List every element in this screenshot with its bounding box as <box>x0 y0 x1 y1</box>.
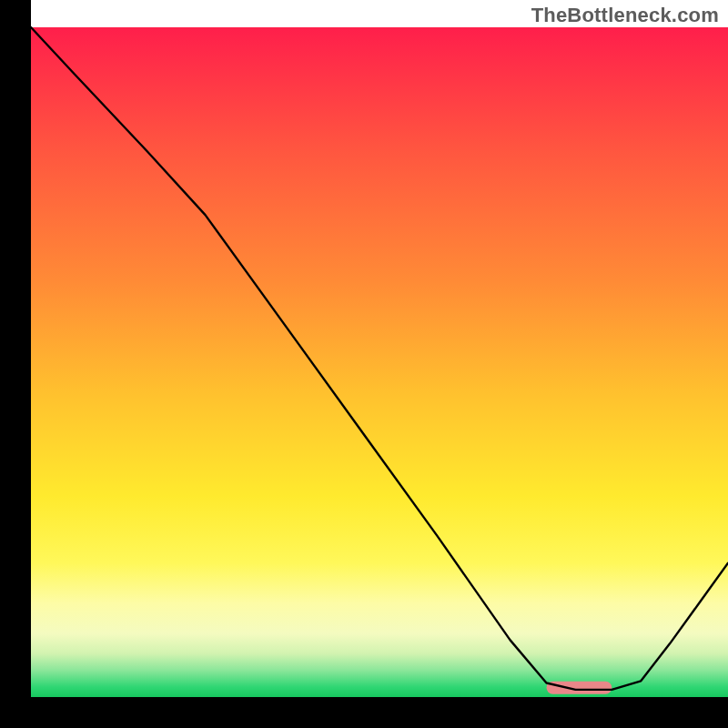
plot-area <box>0 0 728 728</box>
bottleneck-chart: TheBottleneck.com <box>0 0 728 728</box>
x-axis <box>0 697 728 728</box>
optimal-range-marker <box>547 682 612 694</box>
chart-svg <box>0 0 728 728</box>
watermark-text: TheBottleneck.com <box>531 4 719 27</box>
gradient-background <box>31 27 728 697</box>
y-axis <box>0 0 31 728</box>
